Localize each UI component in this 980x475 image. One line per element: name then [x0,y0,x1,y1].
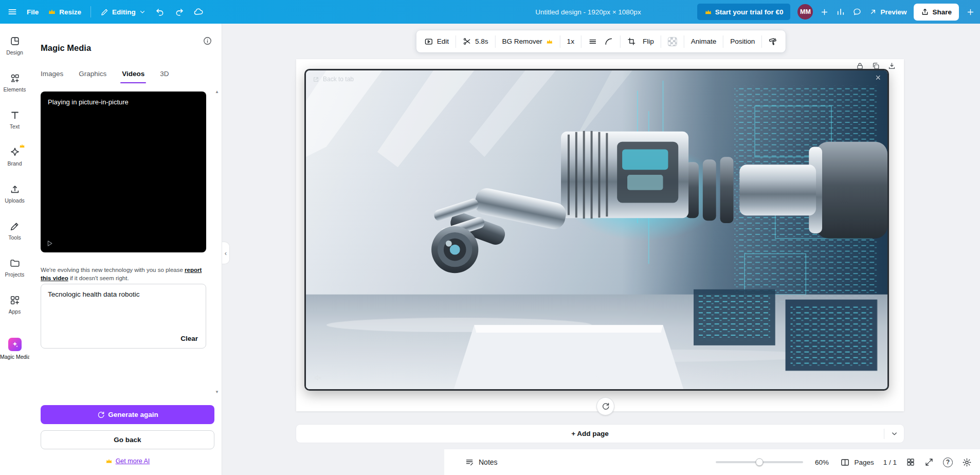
collapse-panel-handle[interactable]: ‹ [222,242,230,264]
start-trial-button[interactable]: Start your trial for €0 [697,4,791,20]
sidebar-item-label: Projects [5,271,25,278]
scroll-down-arrow-icon[interactable]: ▼ [215,390,219,394]
zoom-slider-thumb[interactable] [756,459,764,466]
position-button[interactable]: Position [730,38,755,45]
share-button[interactable]: Share [914,4,959,21]
add-member-button[interactable] [820,8,829,16]
zoom-slider[interactable] [716,461,803,463]
scroll-up-arrow-icon[interactable]: ▲ [215,89,219,94]
pages-label: Pages [854,459,874,466]
play-video-icon[interactable] [592,374,602,383]
open-in-new-icon [869,8,877,16]
sidebar-item-text[interactable]: Text [0,101,29,138]
export-page-button[interactable] [887,62,896,70]
sidebar-item-brand[interactable]: Brand [0,138,29,175]
help-button[interactable]: ? [943,458,953,467]
position-label: Position [730,38,755,45]
sidebar-item-elements[interactable]: Elements [0,64,29,101]
clear-button[interactable]: Clear [180,335,198,342]
grid-view-button[interactable] [906,458,915,467]
resize-button[interactable]: Resize [48,8,81,16]
sidebar-item-projects[interactable]: Projects [0,249,29,286]
sidebar-item-design[interactable]: Design [0,27,29,64]
back-to-tab-button[interactable]: Back to tab [313,76,354,83]
playback-speed-button[interactable]: 1x [567,38,574,45]
curve-button[interactable] [604,37,613,46]
edit-button[interactable]: Edit [424,37,449,46]
sidebar-item-magic-media[interactable]: Magic Media [0,330,29,367]
gear-icon [962,458,972,467]
play-icon[interactable] [46,240,53,247]
pages-button[interactable]: Pages [840,458,874,467]
design-icon [9,35,21,47]
add-page-label: + Add page [571,430,609,437]
notes-button[interactable]: Notes [465,458,498,467]
insights-button[interactable] [836,7,845,16]
grid-view-icon [906,458,915,467]
pip-status-text: Playing in picture-in-picture [41,92,206,113]
generate-again-button[interactable]: Generate again [41,405,214,424]
tab-videos[interactable]: Videos [122,70,144,83]
adjust-lines-icon [588,37,597,46]
get-more-ai-link[interactable]: Get more AI [116,458,150,465]
file-menu-button[interactable]: File [27,8,39,16]
design-title[interactable]: Untitled design - 1920px × 1080px [535,8,641,16]
settings-gear-button[interactable] [962,458,972,467]
sidebar-item-label: Text [10,123,20,130]
undo-button[interactable] [155,7,165,17]
trim-duration-button[interactable]: 5.8s [463,37,488,46]
comments-button[interactable] [852,7,862,16]
animate-button[interactable]: Animate [691,38,717,45]
speed-label: 1x [567,38,574,45]
main-menu-button[interactable] [7,7,17,17]
preview-button[interactable]: Preview [869,8,906,16]
muted-speaker-icon[interactable] [314,374,322,382]
tab-3d[interactable]: 3D [160,70,169,83]
generated-video-thumbnail[interactable]: Playing in picture-in-picture [41,92,206,252]
panel-title: Magic Media [41,43,91,53]
sidebar-item-tools[interactable]: Tools [0,212,29,249]
transparency-button[interactable] [668,37,677,46]
uploads-icon [9,184,21,195]
tab-graphics[interactable]: Graphics [79,70,106,83]
flip-label: Flip [643,38,654,45]
flip-button[interactable]: Flip [643,38,654,45]
copy-style-button[interactable] [769,37,778,46]
add-page-dropdown-button[interactable] [884,430,904,437]
go-back-label: Go back [114,436,141,444]
prompt-input[interactable]: Tecnologic health data robotic [41,284,206,328]
new-design-button[interactable] [966,8,975,16]
refresh-icon [97,411,105,419]
video-content: Back to tab × [306,70,887,389]
add-page-button[interactable]: + Add page [296,430,884,437]
plus-icon [966,8,975,16]
bg-remover-label: BG Remover [502,38,542,45]
lock-button[interactable] [856,62,864,70]
crown-icon [704,8,712,16]
duplicate-page-button[interactable] [872,62,880,70]
video-pip-window[interactable]: Back to tab × [304,69,889,391]
paint-roller-icon [769,37,778,46]
preview-label: Preview [880,8,906,16]
page-indicator: 1 / 1 [883,459,897,466]
avatar[interactable]: MM [797,4,813,20]
apps-icon [9,295,21,306]
sidebar-item-apps[interactable]: Apps [0,286,29,323]
workspace: Edit 5.8s BG Remover 1x [222,24,980,475]
regenerate-page-button[interactable] [596,397,614,415]
go-back-button[interactable]: Go back [41,430,214,449]
redo-button[interactable] [174,7,184,17]
adjust-button[interactable] [588,37,597,46]
bg-remover-button[interactable]: BG Remover [502,38,553,45]
editing-mode-button[interactable]: Editing [100,8,146,16]
sidebar-item-uploads[interactable]: Uploads [0,175,29,212]
fullscreen-button[interactable] [924,458,934,467]
tab-images[interactable]: Images [41,70,63,83]
info-icon[interactable] [203,36,212,46]
hamburger-icon [7,7,17,17]
crop-button[interactable] [627,37,636,46]
zoom-level[interactable]: 60% [812,459,831,466]
close-pip-icon[interactable]: × [875,73,881,82]
toolbar-divider [581,35,582,48]
topbar-right-group: Start your trial for €0 MM Preview Share [697,4,975,21]
